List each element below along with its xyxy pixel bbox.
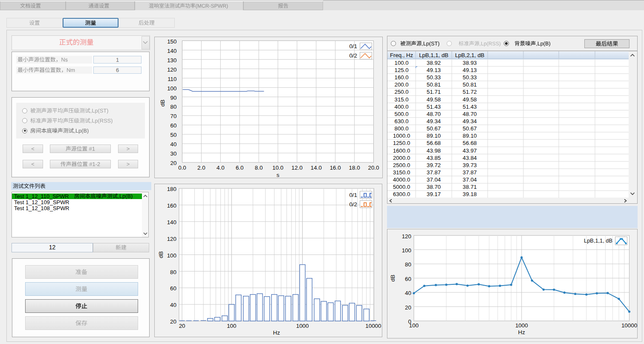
svg-text:43.85: 43.85 [427, 155, 441, 161]
svg-text:LpB,2,1, dB: LpB,2,1, dB [455, 52, 485, 58]
svg-text:50.33: 50.33 [427, 74, 441, 81]
svg-text:0.0: 0.0 [178, 165, 186, 171]
svg-text:160: 160 [167, 202, 176, 209]
svg-text:0/2: 0/2 [349, 52, 357, 59]
svg-text:4.0: 4.0 [217, 165, 225, 171]
svg-text:400.0: 400.0 [395, 104, 409, 110]
svg-text:dB: dB [158, 251, 164, 258]
svg-text:630.0: 630.0 [395, 118, 409, 124]
svg-text:140: 140 [167, 48, 176, 54]
svg-text:6.0: 6.0 [236, 165, 244, 171]
svg-text:Freq., Hz: Freq., Hz [390, 52, 413, 58]
svg-text:40: 40 [170, 302, 176, 308]
svg-text:1000.0: 1000.0 [393, 133, 410, 139]
svg-text:20: 20 [170, 160, 177, 166]
svg-text:500.0: 500.0 [395, 111, 409, 117]
svg-text:12.0: 12.0 [292, 165, 303, 171]
svg-text:38.71: 38.71 [463, 184, 477, 190]
svg-text:49.34: 49.34 [427, 118, 441, 124]
svg-text:dB: dB [390, 275, 396, 281]
svg-text:100: 100 [227, 323, 236, 329]
svg-text:43.97: 43.97 [463, 147, 477, 154]
svg-text:Hz: Hz [273, 330, 280, 336]
svg-text:48.70: 48.70 [463, 111, 477, 117]
svg-text:120: 120 [402, 233, 411, 240]
svg-text:14.0: 14.0 [311, 165, 322, 171]
svg-text:800.0: 800.0 [395, 125, 409, 132]
svg-text:37.04: 37.04 [463, 176, 477, 183]
svg-text:39.73: 39.73 [463, 162, 477, 168]
svg-text:40: 40 [405, 290, 411, 296]
svg-text:49.13: 49.13 [427, 67, 441, 73]
svg-text:2000.0: 2000.0 [393, 155, 410, 161]
svg-text:100: 100 [167, 85, 176, 92]
svg-text:100: 100 [409, 322, 419, 329]
svg-text:80: 80 [170, 104, 177, 110]
svg-text:90: 90 [170, 95, 177, 101]
svg-text:89.10: 89.10 [427, 133, 441, 139]
svg-text:3150.0: 3150.0 [393, 169, 410, 176]
svg-text:1250.0: 1250.0 [393, 140, 410, 146]
svg-text:39.18: 39.18 [463, 191, 477, 197]
svg-text:LpB,1,1, dB: LpB,1,1, dB [419, 52, 448, 58]
svg-text:140: 140 [167, 219, 176, 225]
svg-text:37.87: 37.87 [427, 169, 441, 176]
svg-text:50.81: 50.81 [427, 81, 441, 88]
svg-text:51.71: 51.71 [427, 89, 441, 95]
svg-text:s: s [277, 172, 280, 178]
svg-text:110: 110 [167, 76, 176, 82]
svg-text:4000.0: 4000.0 [393, 176, 410, 183]
svg-text:50: 50 [170, 132, 177, 138]
svg-text:38.70: 38.70 [427, 184, 441, 190]
svg-text:49.58: 49.58 [463, 96, 477, 103]
svg-text:38.93: 38.93 [463, 60, 477, 66]
svg-text:39.72: 39.72 [427, 162, 441, 168]
svg-text:49.13: 49.13 [463, 67, 477, 73]
svg-text:100: 100 [402, 247, 411, 254]
svg-text:60: 60 [170, 285, 176, 292]
svg-text:dB: dB [159, 99, 166, 106]
svg-text:10000: 10000 [365, 323, 381, 329]
svg-text:5000.0: 5000.0 [393, 184, 410, 190]
svg-text:10000: 10000 [621, 322, 637, 329]
svg-text:39.17: 39.17 [427, 191, 441, 197]
svg-text:51.72: 51.72 [463, 89, 477, 95]
svg-text:120: 120 [167, 236, 176, 242]
svg-text:1600.0: 1600.0 [393, 147, 410, 154]
svg-text:40: 40 [170, 141, 177, 147]
svg-text:180: 180 [167, 186, 176, 192]
svg-text:20: 20 [179, 323, 185, 329]
svg-text:18.0: 18.0 [349, 165, 360, 171]
svg-text:20.0: 20.0 [368, 165, 379, 171]
svg-text:125.0: 125.0 [395, 67, 409, 73]
svg-text:1000: 1000 [296, 323, 309, 329]
svg-text:89.10: 89.10 [463, 133, 477, 139]
svg-text:2.0: 2.0 [197, 165, 205, 171]
svg-text:120: 120 [167, 66, 176, 73]
svg-text:49.58: 49.58 [427, 96, 441, 103]
svg-text:50.67: 50.67 [427, 125, 441, 132]
svg-text:150: 150 [167, 38, 176, 45]
svg-text:60: 60 [405, 276, 411, 282]
svg-text:51.43: 51.43 [427, 104, 441, 110]
svg-text:48.70: 48.70 [427, 111, 441, 117]
svg-text:LpB,1,1, dB: LpB,1,1, dB [584, 237, 612, 244]
svg-text:56.68: 56.68 [463, 140, 477, 146]
svg-text:37.87: 37.87 [463, 169, 477, 176]
svg-text:80: 80 [170, 269, 176, 275]
svg-text:16.0: 16.0 [330, 165, 341, 171]
svg-text:6300.0: 6300.0 [393, 191, 410, 197]
svg-text:8.0: 8.0 [255, 165, 263, 171]
svg-text:50.67: 50.67 [463, 125, 477, 132]
svg-text:50.33: 50.33 [463, 74, 477, 81]
svg-text:0/2: 0/2 [349, 201, 357, 208]
svg-text:315.0: 315.0 [395, 96, 409, 103]
svg-text:100: 100 [167, 252, 176, 259]
svg-text:0/1: 0/1 [349, 192, 357, 198]
svg-text:70: 70 [170, 113, 177, 119]
svg-text:160.0: 160.0 [395, 74, 409, 81]
svg-text:43.84: 43.84 [463, 155, 477, 161]
svg-text:30: 30 [170, 150, 177, 157]
svg-text:56.68: 56.68 [427, 140, 441, 146]
svg-text:2500.0: 2500.0 [393, 162, 410, 168]
